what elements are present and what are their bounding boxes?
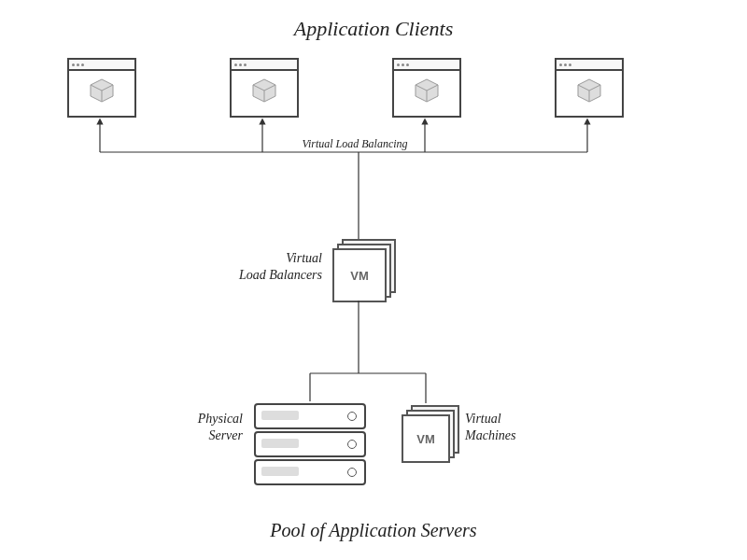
client-browser-4 — [555, 58, 624, 118]
title-application-clients: Application Clients — [0, 17, 747, 41]
cube-icon — [413, 77, 441, 108]
label-virtual-machines: Virtual Machines — [465, 411, 549, 444]
cube-icon — [88, 77, 116, 108]
server-unit — [254, 403, 366, 429]
cube-icon — [575, 77, 603, 108]
vm-text: VM — [416, 432, 435, 446]
title-pool-of-servers: Pool of Application Servers — [0, 520, 747, 541]
label-virtual-load-balancers: Virtual Load Balancers — [219, 250, 322, 284]
label-physical-server: Physical Server — [163, 411, 243, 444]
server-unit — [254, 459, 366, 485]
cube-icon — [250, 77, 278, 108]
vm-text: VM — [350, 269, 369, 283]
vm-card-front: VM — [332, 248, 387, 302]
vm-card-front: VM — [402, 414, 450, 463]
client-browser-3 — [392, 58, 461, 118]
client-browser-2 — [230, 58, 299, 118]
client-browser-1 — [67, 58, 136, 118]
label-virtual-load-balancing: Virtual Load Balancing — [261, 137, 448, 152]
server-unit — [254, 431, 366, 457]
physical-server-stack — [254, 403, 366, 487]
